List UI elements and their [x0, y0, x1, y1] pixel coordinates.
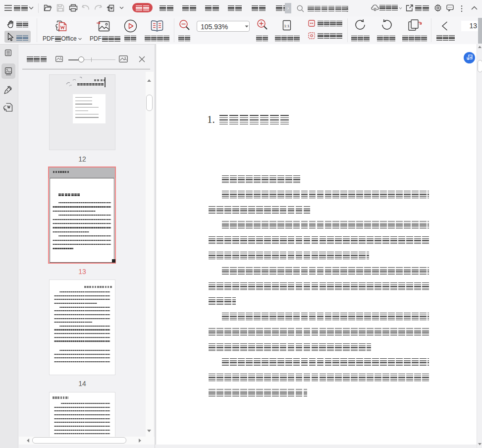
svg-text:1:1: 1:1 [284, 24, 290, 28]
